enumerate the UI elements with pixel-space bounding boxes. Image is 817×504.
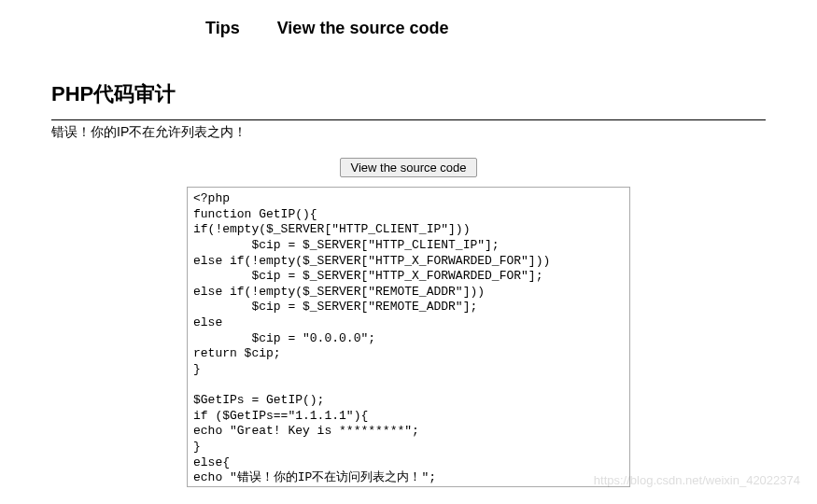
nav-tips[interactable]: Tips xyxy=(205,19,240,38)
title-divider xyxy=(51,119,766,120)
page-title: PHP代码审计 xyxy=(51,80,766,108)
nav-view-source[interactable]: View the source code xyxy=(277,19,449,38)
top-nav: Tips View the source code xyxy=(0,0,817,57)
source-code-box: <?php function GetIP(){ if(!empty($_SERV… xyxy=(187,187,630,487)
view-source-button[interactable]: View the source code xyxy=(340,158,476,177)
error-message: 错误！你的IP不在允许列表之内！ xyxy=(51,124,766,141)
main-content: PHP代码审计 错误！你的IP不在允许列表之内！ View the source… xyxy=(0,80,817,487)
button-container: View the source code xyxy=(51,158,766,177)
